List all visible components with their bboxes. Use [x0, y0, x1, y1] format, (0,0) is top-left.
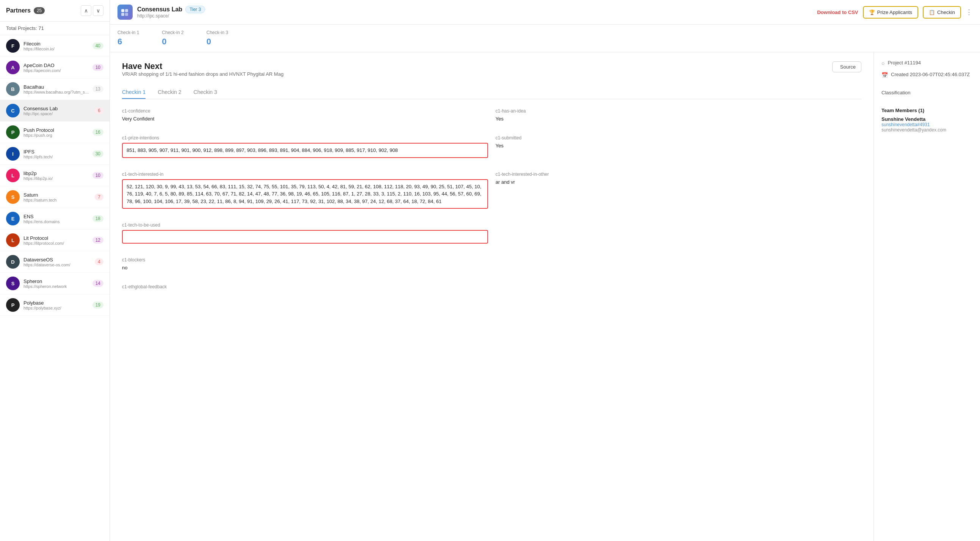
- stat-checkin3-label: Check-in 3: [207, 30, 228, 35]
- sidebar-item-info: ENS https://ens.domains: [24, 214, 89, 224]
- sidebar-item[interactable]: D DataverseOS https://dataverse-os.com/ …: [0, 251, 110, 273]
- sidebar-item-name: DataverseOS: [24, 257, 92, 263]
- checkin-icon: 📋: [929, 10, 935, 15]
- calendar-icon: 📅: [881, 72, 888, 78]
- svg-rect-3: [125, 13, 128, 16]
- sidebar-item-count: 16: [92, 129, 103, 135]
- sidebar-item-count: 10: [92, 64, 103, 71]
- sidebar-item-info: Filecoin https://filecoin.io/: [24, 41, 89, 51]
- more-options-button[interactable]: ⋮: [966, 8, 972, 16]
- fields-grid: c1-confidence Very Confident c1-has-an-i…: [122, 108, 861, 298]
- sidebar-item-count: 40: [92, 43, 103, 49]
- sidebar-item-url: https://saturn.tech: [24, 198, 92, 202]
- prize-applicants-button[interactable]: 🏆 Prize Applicants: [863, 6, 919, 19]
- sidebar-item-url: https://ens.domains: [24, 220, 89, 224]
- sidebar-item-name: Saturn: [24, 192, 92, 198]
- sidebar-item[interactable]: A ApeCoin DAO https://apecoin.com/ 10: [0, 57, 110, 78]
- sidebar-item-url: https://polybase.xyz/: [24, 306, 89, 310]
- prize-applicants-label: Prize Applicants: [877, 10, 913, 15]
- tab-checkin3[interactable]: Checkin 3: [194, 86, 217, 99]
- sidebar-item-name: Push Protocol: [24, 127, 89, 133]
- sidebar-item[interactable]: F Filecoin https://filecoin.io/ 40: [0, 35, 110, 57]
- field-c1-tech-to-be-used-label: c1-tech-to-be-used: [122, 223, 488, 228]
- sidebar-item-info: Polybase https://polybase.xyz/: [24, 300, 89, 310]
- project-title: Have Next: [122, 61, 283, 71]
- sidebar-item[interactable]: C Consensus Lab http://ipc.space/ 6: [0, 100, 110, 122]
- sidebar-item-name: Spheron: [24, 278, 89, 284]
- sidebar-item-url: https://spheron.network: [24, 284, 89, 289]
- sidebar-item[interactable]: L libp2p https://libp2p.io/ 10: [0, 165, 110, 186]
- field-c1-confidence-value: Very Confident: [122, 116, 488, 122]
- download-csv-button[interactable]: Download to CSV: [817, 10, 858, 15]
- sidebar-item-info: IPFS https://ipfs.tech/: [24, 149, 89, 159]
- sidebar-item-info: Lit Protocol https://litprotocol.com/: [24, 235, 89, 245]
- sidebar-item-name: libp2p: [24, 170, 89, 176]
- sidebar-item[interactable]: E ENS https://ens.domains 18: [0, 208, 110, 229]
- field-c1-submitted-label: c1-submitted: [496, 135, 862, 140]
- partner-logo: [118, 5, 133, 20]
- sidebar-item-avatar: P: [6, 298, 20, 312]
- sidebar-item-info: libp2p https://libp2p.io/: [24, 170, 89, 181]
- sidebar-item-name: Polybase: [24, 300, 89, 306]
- topbar-right: Download to CSV 🏆 Prize Applicants 📋 Che…: [817, 6, 972, 19]
- tab-checkin1[interactable]: Checkin 1: [122, 86, 146, 99]
- sidebar-item-info: ApeCoin DAO https://apecoin.com/: [24, 62, 89, 73]
- field-c1-blockers-label: c1-blockers: [122, 257, 488, 263]
- sidebar-item-avatar: D: [6, 255, 20, 269]
- sidebar-item-name: Bacalhau: [24, 84, 89, 90]
- sidebar-item[interactable]: S Saturn https://saturn.tech 7: [0, 186, 110, 208]
- sidebar-item-avatar: L: [6, 169, 20, 182]
- sidebar-item-url: https://libp2p.io/: [24, 176, 89, 181]
- project-panel: Have Next VR/AR shopping of 1/1 hi-end f…: [110, 52, 874, 541]
- sidebar-item-count: 12: [92, 237, 103, 243]
- sidebar-item[interactable]: B Bacalhau https://www.bacalhau.org/?utm…: [0, 78, 110, 100]
- sidebar-item[interactable]: L Lit Protocol https://litprotocol.com/ …: [0, 229, 110, 251]
- field-c1-submitted-value: Yes: [496, 143, 862, 148]
- prize-icon: 🏆: [869, 10, 875, 15]
- field-c1-blockers-value: no: [122, 265, 488, 270]
- field-c1-tech-interested-in-other-value: ar and vr: [496, 179, 862, 185]
- collapse-up-button[interactable]: ∧: [81, 5, 91, 16]
- sidebar-item-avatar: E: [6, 212, 20, 225]
- project-tabs: Checkin 1 Checkin 2 Checkin 3: [122, 86, 861, 99]
- team-member-discord[interactable]: sunshinevendetta#4931: [881, 122, 972, 127]
- stat-checkin1-label: Check-in 1: [118, 30, 139, 35]
- sidebar-item-info: DataverseOS https://dataverse-os.com/: [24, 257, 92, 267]
- team-label: Team Members (1): [881, 108, 972, 113]
- field-c1-tech-to-be-used-value: [122, 230, 488, 243]
- team-member-name: Sunshine Vendetta: [881, 116, 972, 122]
- stat-checkin2-value: 0: [162, 37, 183, 46]
- sidebar-item-count: 10: [92, 172, 103, 179]
- sidebar-item[interactable]: P Push Protocol https://push.org 16: [0, 122, 110, 143]
- sidebar: Partners 25 ∧ ∨ Total Projects: 71 F Fil…: [0, 0, 110, 541]
- sidebar-item-info: Push Protocol https://push.org: [24, 127, 89, 137]
- project-title-area: Have Next VR/AR shopping of 1/1 hi-end f…: [122, 61, 283, 84]
- collapse-down-button[interactable]: ∨: [93, 5, 103, 16]
- sidebar-item[interactable]: S Spheron https://spheron.network 14: [0, 273, 110, 294]
- sidebar-item-info: Saturn https://saturn.tech: [24, 192, 92, 202]
- svg-rect-1: [125, 9, 128, 12]
- sidebar-item[interactable]: P Polybase https://polybase.xyz/ 19: [0, 294, 110, 316]
- project-number: Project #11194: [888, 60, 921, 65]
- svg-rect-0: [121, 9, 124, 12]
- sidebar-item-avatar: B: [6, 82, 20, 96]
- sidebar-item-name: Lit Protocol: [24, 235, 89, 241]
- created-date: Created 2023-06-07T02:45:46.037Z: [891, 72, 970, 77]
- sidebar-item-name: Consensus Lab: [24, 106, 92, 111]
- sidebar-item[interactable]: I IPFS https://ipfs.tech/ 30: [0, 143, 110, 165]
- field-c1-has-an-idea-label: c1-has-an-idea: [496, 108, 862, 114]
- sidebar-item-name: IPFS: [24, 149, 89, 154]
- field-c1-tech-interested-in-label: c1-tech-interested-in: [122, 172, 488, 177]
- checkin-label: Checkin: [937, 10, 955, 15]
- content-area: Have Next VR/AR shopping of 1/1 hi-end f…: [110, 52, 980, 541]
- tab-checkin2[interactable]: Checkin 2: [158, 86, 181, 99]
- sidebar-item-url: https://litprotocol.com/: [24, 241, 89, 245]
- checkin-button[interactable]: 📋 Checkin: [923, 6, 961, 19]
- partner-url: http://ipc.space/: [137, 13, 205, 19]
- source-button[interactable]: Source: [832, 61, 861, 72]
- field-c1-tech-to-be-used: c1-tech-to-be-used: [122, 223, 488, 243]
- sidebar-item-url: https://dataverse-os.com/: [24, 263, 92, 267]
- sidebar-item-count: 13: [92, 86, 103, 92]
- sidebar-item-count: 7: [95, 194, 103, 200]
- right-panel: ○ Project #11194 📅 Created 2023-06-07T02…: [874, 52, 980, 541]
